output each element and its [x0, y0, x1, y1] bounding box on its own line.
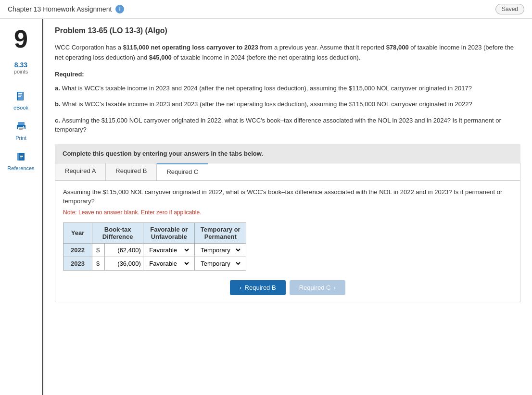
- question-c-text: Assuming the $115,000 NOL carryover orig…: [55, 117, 501, 134]
- row2-temp-perm-select[interactable]: Temporary Permanent: [199, 259, 242, 268]
- question-c: c. Assuming the $115,000 NOL carryover o…: [55, 116, 520, 135]
- book-icon: [14, 90, 28, 103]
- svg-rect-15: [20, 156, 23, 157]
- question-b: b. What is WCC's taxable income in 2023 …: [55, 99, 520, 109]
- question-number: 9: [14, 26, 28, 51]
- col-favorable: Favorable or Unfavorable: [143, 222, 195, 243]
- content-area: Problem 13-65 (LO 13-3) (Algo) WCC Corpo…: [42, 19, 532, 395]
- tab-required-b[interactable]: Required B: [106, 163, 157, 180]
- prev-button-label: Required B: [245, 284, 276, 291]
- row2-favorable-select[interactable]: Favorable Unfavorable: [147, 259, 190, 268]
- svg-rect-9: [19, 128, 24, 129]
- question-c-letter: c.: [55, 117, 62, 124]
- row2-amount-input[interactable]: [107, 260, 141, 267]
- complete-box: Complete this question by entering your …: [55, 144, 520, 163]
- col-year: Year: [63, 222, 92, 243]
- references-label: References: [7, 165, 34, 171]
- points-value: 8.33: [14, 61, 28, 69]
- svg-rect-2: [18, 93, 22, 94]
- references-icon: [14, 150, 28, 164]
- row2-year: 2023: [63, 257, 92, 270]
- row2-amount: [105, 257, 143, 270]
- sidebar-item-references[interactable]: References: [0, 147, 42, 175]
- print-icon: [14, 120, 28, 134]
- tab-c-note: Note: Leave no answer blank. Enter zero …: [63, 209, 512, 216]
- problem-title: Problem 13-65 (LO 13-3) (Algo): [55, 26, 520, 35]
- page-header: Chapter 13 Homework Assignment i Saved: [0, 0, 532, 19]
- svg-rect-16: [20, 158, 22, 158]
- table-row: 2022 $ Favorable Unfavorable: [63, 243, 246, 257]
- next-button: Required C ›: [290, 280, 345, 295]
- tab-required-a[interactable]: Required A: [55, 163, 106, 180]
- question-a-letter: a.: [55, 85, 62, 92]
- row1-amount: [105, 243, 143, 257]
- points-info: 8.33 points: [14, 61, 28, 74]
- col-book-tax: Book-tax Difference: [92, 222, 143, 243]
- page-title: Chapter 13 Homework Assignment: [8, 5, 112, 13]
- svg-rect-3: [18, 95, 22, 96]
- svg-rect-4: [18, 96, 21, 97]
- row1-amount-input[interactable]: [107, 247, 141, 254]
- prev-chevron-icon: ‹: [240, 284, 241, 291]
- table-row: 2023 $ Favorable Unfavorable: [63, 257, 246, 270]
- ebook-label: eBook: [13, 105, 28, 111]
- question-a: a. What is WCC's taxable income in 2023 …: [55, 84, 520, 93]
- question-b-text: What is WCC's taxable income in 2023 and…: [62, 100, 472, 108]
- required-label: Required:: [55, 71, 520, 78]
- sidebar-item-print[interactable]: Print: [0, 116, 42, 145]
- row1-favorable: Favorable Unfavorable: [143, 243, 195, 257]
- row2-favorable: Favorable Unfavorable: [143, 257, 195, 270]
- left-sidebar: 9 8.33 points eBook: [0, 19, 42, 395]
- tab-required-c[interactable]: Required C: [157, 163, 208, 180]
- row1-year: 2022: [63, 243, 92, 257]
- complete-box-text: Complete this question by entering your …: [63, 150, 263, 157]
- question-a-text: What is WCC's taxable income in 2023 and…: [62, 85, 472, 92]
- svg-rect-8: [18, 127, 25, 131]
- col-temp-perm: Temporary or Permanent: [195, 222, 246, 243]
- next-chevron-icon: ›: [333, 284, 335, 291]
- problem-body: WCC Corporation has a $115,000 net opera…: [55, 43, 520, 63]
- tab-c-content: Assuming the $115,000 NOL carryover orig…: [55, 181, 520, 302]
- row1-temp-perm-select[interactable]: Temporary Permanent: [199, 246, 242, 254]
- sidebar-item-ebook[interactable]: eBook: [0, 86, 42, 114]
- tabs-header: Required A Required B Required C: [55, 163, 520, 181]
- row1-temp-perm: Temporary Permanent: [195, 243, 246, 257]
- svg-rect-10: [19, 129, 23, 130]
- points-label: points: [14, 69, 28, 74]
- main-layout: 9 8.33 points eBook: [0, 19, 532, 395]
- row1-favorable-select[interactable]: Favorable Unfavorable: [147, 246, 190, 254]
- svg-point-11: [23, 126, 24, 127]
- row2-temp-perm: Temporary Permanent: [195, 257, 246, 270]
- nav-buttons: ‹ Required B Required C ›: [63, 280, 512, 295]
- info-icon[interactable]: i: [115, 5, 124, 13]
- question-b-letter: b.: [55, 100, 62, 108]
- tab-c-question: Assuming the $115,000 NOL carryover orig…: [63, 187, 512, 206]
- next-button-label: Required C: [299, 284, 331, 291]
- header-left: Chapter 13 Homework Assignment i: [8, 5, 124, 13]
- saved-badge: Saved: [495, 4, 524, 14]
- answer-table: Year Book-tax Difference Favorable or Un…: [63, 222, 246, 271]
- row1-dollar: $: [92, 243, 105, 257]
- tabs-container: Required A Required B Required C Assumin…: [55, 163, 520, 302]
- svg-rect-14: [20, 155, 23, 155]
- print-label: Print: [15, 135, 26, 141]
- prev-button[interactable]: ‹ Required B: [230, 280, 285, 295]
- row2-dollar: $: [92, 257, 105, 270]
- svg-rect-5: [17, 92, 18, 100]
